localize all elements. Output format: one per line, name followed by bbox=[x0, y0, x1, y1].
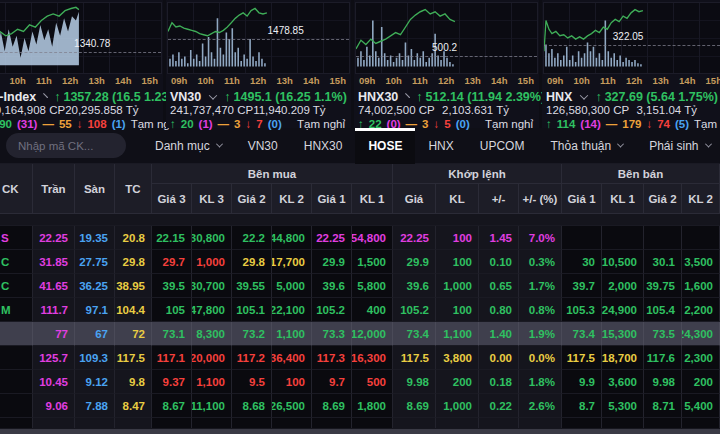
price-cell[interactable]: 104.4 bbox=[115, 298, 152, 322]
price-cell[interactable]: 16,300 bbox=[352, 346, 393, 370]
hnx30-chart[interactable]: 500.2 bbox=[355, 2, 538, 74]
price-cell[interactable]: 8.47 bbox=[115, 394, 152, 418]
ticker-cell[interactable] bbox=[0, 370, 33, 394]
price-cell[interactable]: 2.6% bbox=[519, 394, 562, 418]
tab-upcom[interactable]: UPCOM bbox=[467, 128, 538, 164]
price-cell[interactable]: 0.18 bbox=[479, 370, 519, 394]
price-cell[interactable]: 1.9% bbox=[519, 322, 562, 346]
vn30-chart[interactable]: 1478.85 bbox=[167, 2, 350, 74]
price-cell[interactable]: 39.5 bbox=[152, 274, 192, 298]
price-cell[interactable]: 109.3 bbox=[75, 346, 115, 370]
price-cell[interactable]: 147,800 bbox=[192, 298, 232, 322]
tab-hnx[interactable]: HNX bbox=[415, 128, 466, 164]
price-cell[interactable]: 73.1 bbox=[152, 322, 192, 346]
price-cell[interactable]: 9.98 bbox=[393, 370, 436, 394]
price-cell[interactable]: 2,300 bbox=[682, 346, 720, 370]
price-cell[interactable]: 39.7 bbox=[562, 274, 602, 298]
vnindex-chart[interactable]: 1340.78 bbox=[0, 2, 162, 74]
price-cell[interactable]: 10.45 bbox=[33, 370, 75, 394]
price-cell[interactable]: 22,100 bbox=[272, 298, 312, 322]
header-reference[interactable]: TC bbox=[115, 164, 152, 214]
price-cell[interactable]: 22.25 bbox=[33, 226, 75, 250]
price-cell[interactable]: 8.71 bbox=[644, 394, 682, 418]
price-cell[interactable]: 73.4 bbox=[393, 322, 436, 346]
price-cell[interactable]: 9.37 bbox=[152, 370, 192, 394]
header-ticker[interactable]: CK bbox=[0, 164, 33, 214]
price-cell[interactable] bbox=[682, 226, 720, 250]
table-row[interactable]: M111.797.1104.4105147,800105.122,100105.… bbox=[0, 298, 720, 322]
price-cell[interactable]: 117.5 bbox=[393, 346, 436, 370]
table-row[interactable]: 77677273.18,30073.21,10073.312,00073.41,… bbox=[0, 322, 720, 346]
price-cell[interactable]: 105 bbox=[152, 298, 192, 322]
price-cell[interactable]: 100 bbox=[436, 250, 479, 274]
price-cell[interactable]: 5,400 bbox=[682, 394, 720, 418]
price-cell[interactable]: 7.88 bbox=[75, 394, 115, 418]
price-cell[interactable]: 9.7 bbox=[312, 370, 352, 394]
price-cell[interactable]: 5,800 bbox=[352, 274, 393, 298]
index-name[interactable]: VN-Index bbox=[0, 90, 36, 104]
price-cell[interactable]: 3,500 bbox=[682, 250, 720, 274]
price-cell[interactable]: 0.0% bbox=[519, 346, 562, 370]
price-cell[interactable]: 0.8% bbox=[519, 298, 562, 322]
price-cell[interactable]: 30,700 bbox=[192, 274, 232, 298]
price-cell[interactable]: 1,000 bbox=[192, 250, 232, 274]
price-cell[interactable]: 1.8% bbox=[519, 370, 562, 394]
price-cell[interactable]: 9.98 bbox=[644, 370, 682, 394]
price-cell[interactable]: 1,000 bbox=[436, 274, 479, 298]
index-name[interactable]: HNX30 bbox=[358, 90, 398, 104]
price-cell[interactable]: 39.55 bbox=[232, 274, 272, 298]
header-sub[interactable]: Giá bbox=[393, 184, 436, 214]
hnx-chart[interactable]: 322.05 bbox=[543, 2, 720, 74]
chevron-down-icon[interactable] bbox=[209, 91, 217, 99]
price-cell[interactable]: 2,000 bbox=[602, 274, 644, 298]
price-cell[interactable]: 100 bbox=[436, 226, 479, 250]
price-cell[interactable]: 22.25 bbox=[393, 226, 436, 250]
price-cell[interactable]: 67 bbox=[75, 322, 115, 346]
price-cell[interactable]: 20,000 bbox=[192, 346, 232, 370]
price-cell[interactable]: 38.95 bbox=[115, 274, 152, 298]
ticker-cell[interactable]: S bbox=[0, 226, 33, 250]
table-row[interactable]: 9.067.888.478.6711,1008.6826,5008.691,80… bbox=[0, 394, 720, 418]
price-cell[interactable]: 8.69 bbox=[393, 394, 436, 418]
price-cell[interactable]: 117.2 bbox=[232, 346, 272, 370]
tab-hose[interactable]: HOSE bbox=[355, 128, 415, 164]
price-cell[interactable]: 105.3 bbox=[562, 298, 602, 322]
header-sub[interactable]: KL 2 bbox=[272, 184, 312, 214]
price-cell[interactable]: 36.25 bbox=[75, 274, 115, 298]
price-cell[interactable]: 117.1 bbox=[152, 346, 192, 370]
price-cell[interactable]: 8,300 bbox=[192, 322, 232, 346]
price-cell[interactable]: 30.1 bbox=[644, 250, 682, 274]
price-cell[interactable]: 105.1 bbox=[232, 298, 272, 322]
chevron-down-icon[interactable] bbox=[43, 93, 48, 98]
price-cell[interactable]: 73.2 bbox=[232, 322, 272, 346]
price-cell[interactable]: 500 bbox=[352, 370, 393, 394]
header-sub[interactable]: Giá 3 bbox=[152, 184, 192, 214]
price-cell[interactable]: 39.75 bbox=[644, 274, 682, 298]
price-cell[interactable]: 9.5 bbox=[232, 370, 272, 394]
price-cell[interactable]: 117.3 bbox=[312, 346, 352, 370]
header-sub[interactable]: Giá 2 bbox=[644, 184, 682, 214]
header-ceiling[interactable]: Trần bbox=[33, 164, 75, 214]
table-row[interactable]: 125.7109.3117.5117.120,000117.236,400117… bbox=[0, 346, 720, 370]
price-cell[interactable]: 22.2 bbox=[232, 226, 272, 250]
header-sub[interactable]: KL 1 bbox=[352, 184, 393, 214]
table-row[interactable]: 10.459.129.89.371,1009.51009.75009.98200… bbox=[0, 370, 720, 394]
price-cell[interactable]: 9.06 bbox=[33, 394, 75, 418]
horizontal-scrollbar[interactable] bbox=[0, 428, 720, 434]
header-sub[interactable]: Giá 1 bbox=[312, 184, 352, 214]
header-sub[interactable]: KL 2 bbox=[682, 184, 720, 214]
price-cell[interactable]: 77 bbox=[33, 322, 75, 346]
price-cell[interactable]: 1,100 bbox=[272, 322, 312, 346]
price-cell[interactable]: 29.8 bbox=[115, 250, 152, 274]
price-cell[interactable]: 117.5 bbox=[115, 346, 152, 370]
price-cell[interactable]: 5,300 bbox=[602, 394, 644, 418]
price-cell[interactable]: 39.6 bbox=[393, 274, 436, 298]
price-cell[interactable]: 41.65 bbox=[33, 274, 75, 298]
price-cell[interactable]: 20.8 bbox=[115, 226, 152, 250]
chevron-down-icon[interactable] bbox=[580, 91, 588, 99]
tab-thoa-thuan[interactable]: Thỏa thuận bbox=[537, 128, 636, 164]
chevron-down-icon[interactable] bbox=[405, 93, 410, 98]
table-row[interactable]: C41.6536.2538.9539.530,70039.555,00039.6… bbox=[0, 274, 720, 298]
price-cell[interactable]: 72 bbox=[115, 322, 152, 346]
price-cell[interactable]: 200 bbox=[436, 370, 479, 394]
